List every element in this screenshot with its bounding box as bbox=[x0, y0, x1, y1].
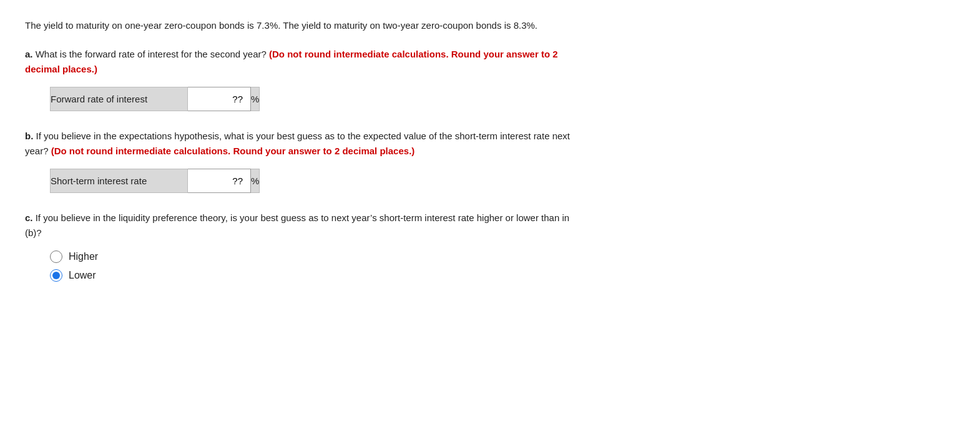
question-c: c. If you believe in the liquidity prefe… bbox=[25, 211, 955, 282]
higher-label: Higher bbox=[69, 251, 98, 262]
question-a-table: Forward rate of interest % bbox=[50, 87, 260, 111]
intro-text: The yield to maturity on one-year zero-c… bbox=[25, 19, 587, 33]
question-b-table: Short-term interest rate % bbox=[50, 169, 260, 193]
short-term-rate-input-cell[interactable] bbox=[188, 169, 251, 192]
forward-rate-label: Forward rate of interest bbox=[51, 87, 188, 111]
question-c-text: c. If you believe in the liquidity prefe… bbox=[25, 211, 587, 240]
question-a-main-text: What is the forward rate of interest for… bbox=[36, 49, 267, 59]
question-c-label: c. bbox=[25, 212, 33, 223]
forward-rate-unit: % bbox=[251, 87, 260, 111]
forward-rate-input[interactable] bbox=[188, 87, 250, 111]
question-b-highlight: (Do not round intermediate calculations.… bbox=[51, 146, 415, 156]
higher-option[interactable]: Higher bbox=[50, 250, 955, 263]
lower-label: Lower bbox=[69, 270, 96, 281]
question-a-label: a. bbox=[25, 49, 33, 59]
short-term-rate-unit: % bbox=[251, 169, 260, 192]
short-term-rate-input[interactable] bbox=[188, 169, 250, 192]
forward-rate-input-cell[interactable] bbox=[188, 87, 251, 111]
question-b: b. If you believe in the expectations hy… bbox=[25, 129, 955, 193]
question-b-text: b. If you believe in the expectations hy… bbox=[25, 129, 587, 159]
higher-radio[interactable] bbox=[50, 250, 62, 263]
question-a: a. What is the forward rate of interest … bbox=[25, 47, 955, 111]
lower-radio[interactable] bbox=[50, 269, 62, 282]
higher-lower-radio-group: Higher Lower bbox=[50, 250, 955, 282]
question-a-text: a. What is the forward rate of interest … bbox=[25, 47, 587, 77]
lower-option[interactable]: Lower bbox=[50, 269, 955, 282]
question-c-main-text: If you believe in the liquidity preferen… bbox=[25, 212, 569, 238]
short-term-rate-label: Short-term interest rate bbox=[51, 169, 188, 192]
question-b-label: b. bbox=[25, 131, 33, 141]
